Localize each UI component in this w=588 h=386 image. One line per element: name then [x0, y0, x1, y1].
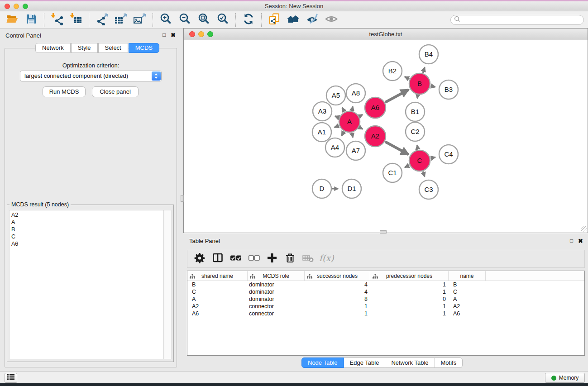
cell-name[interactable]: A6: [449, 310, 486, 317]
cell-shared-name[interactable]: A2: [187, 303, 248, 310]
eye-button[interactable]: [322, 12, 341, 28]
deselect-all-button[interactable]: [246, 251, 262, 267]
edge-B-B2[interactable]: [405, 77, 409, 79]
mcds-result-item[interactable]: A2: [10, 211, 163, 219]
edge-A-A6[interactable]: [359, 114, 363, 116]
save-button[interactable]: [22, 12, 41, 28]
cell-successor-nodes[interactable]: 1: [305, 310, 370, 317]
select-all-button[interactable]: [228, 251, 244, 267]
split-panel-button[interactable]: [210, 251, 226, 267]
left-collapse-handle[interactable]: [181, 195, 184, 202]
cell-name[interactable]: A2: [449, 303, 486, 310]
cell-MCDS-role[interactable]: dominator: [248, 288, 305, 295]
mcds-result-item[interactable]: B: [10, 226, 163, 233]
tab-network[interactable]: Network: [35, 43, 71, 53]
criterion-dropdown[interactable]: largest connected component (directed): [20, 71, 162, 81]
import-network-button[interactable]: [48, 12, 67, 28]
delete-row-button[interactable]: [282, 251, 298, 267]
refresh-button[interactable]: [239, 12, 258, 28]
edge-A-A5[interactable]: [342, 108, 344, 112]
bottom-collapse-handle[interactable]: [380, 230, 387, 234]
cell-predecessor-nodes[interactable]: 1: [370, 310, 449, 317]
cell-predecessor-nodes[interactable]: 1: [370, 303, 449, 310]
network-window-titlebar[interactable]: testGlobe.txt: [184, 29, 588, 40]
tab-network-table[interactable]: Network Table: [385, 357, 435, 368]
memory-button[interactable]: Memory: [545, 373, 585, 383]
mcds-result-item[interactable]: A: [10, 219, 163, 226]
mcds-result-item[interactable]: C: [10, 233, 163, 240]
column-header-MCDS-role[interactable]: MCDS role: [248, 271, 305, 281]
export-network-button[interactable]: [92, 12, 111, 28]
table-panel-close-icon[interactable]: ✖: [578, 238, 583, 244]
result-scrollbar[interactable]: [164, 210, 172, 359]
edge-A-A8[interactable]: [352, 106, 353, 110]
tab-select[interactable]: Select: [98, 43, 128, 53]
edge-A6-B[interactable]: [385, 90, 408, 102]
tab-motifs[interactable]: Motifs: [435, 357, 463, 368]
table-panel-float-icon[interactable]: □: [570, 238, 573, 243]
cell-MCDS-role[interactable]: connector: [248, 303, 305, 310]
folder-open-button[interactable]: [3, 12, 22, 28]
zoom-selected-button[interactable]: [213, 12, 232, 28]
add-row-button[interactable]: [264, 251, 280, 267]
table-row[interactable]: Cdominator41C: [187, 288, 584, 295]
cell-MCDS-role[interactable]: connector: [248, 310, 305, 317]
column-header-successor-nodes[interactable]: successor nodes: [305, 271, 370, 281]
column-header-predecessor-nodes[interactable]: predecessor nodes: [370, 271, 449, 281]
home-button[interactable]: [284, 12, 303, 28]
resize-grip-icon[interactable]: [581, 226, 587, 232]
run-mcds-button[interactable]: Run MCDS: [43, 86, 86, 97]
cell-successor-nodes[interactable]: 4: [305, 281, 370, 288]
task-history-button[interactable]: [5, 373, 17, 383]
tab-edge-table[interactable]: Edge Table: [344, 357, 386, 368]
close-panel-button[interactable]: Close panel: [92, 86, 139, 97]
edge-C-C3[interactable]: [423, 172, 425, 177]
edge-C-C2[interactable]: [417, 145, 418, 150]
cell-shared-name[interactable]: A6: [187, 310, 248, 317]
export-table-button[interactable]: [111, 12, 130, 28]
cell-predecessor-nodes[interactable]: 1: [370, 288, 449, 295]
edge-A-A7[interactable]: [352, 133, 353, 137]
zoom-out-button[interactable]: [175, 12, 194, 28]
search-input[interactable]: [460, 16, 583, 24]
mcds-result-item[interactable]: A6: [10, 240, 163, 248]
cell-successor-nodes[interactable]: 8: [305, 295, 370, 303]
session-titlebar[interactable]: Session: New Session: [0, 1, 588, 11]
edge-B-B4[interactable]: [423, 67, 425, 73]
zoom-in-button[interactable]: [156, 12, 175, 28]
table-row[interactable]: Adominator80A: [187, 295, 584, 303]
column-header-shared-name[interactable]: shared name: [187, 271, 248, 281]
mcds-result-list[interactable]: A2ABCA6: [9, 210, 164, 359]
gear-button[interactable]: [191, 251, 208, 267]
edge-A-A2[interactable]: [359, 127, 363, 129]
edge-A2-C[interactable]: [385, 142, 409, 154]
cell-predecessor-nodes[interactable]: 1: [370, 281, 449, 288]
node-table[interactable]: shared nameMCDS rolesuccessor nodesprede…: [187, 271, 585, 356]
cell-successor-nodes[interactable]: 4: [305, 288, 370, 295]
column-header-name[interactable]: name: [449, 271, 486, 281]
zoom-fit-button[interactable]: [194, 12, 213, 28]
cell-shared-name[interactable]: B: [187, 281, 248, 288]
cell-shared-name[interactable]: C: [187, 288, 248, 295]
edge-A-A3[interactable]: [335, 116, 339, 118]
table-row[interactable]: Bdominator41B: [187, 281, 584, 288]
cell-name[interactable]: B: [449, 281, 486, 288]
cell-MCDS-role[interactable]: dominator: [248, 281, 305, 288]
cell-name[interactable]: A: [449, 295, 486, 303]
cell-predecessor-nodes[interactable]: 0: [370, 295, 449, 303]
tab-node-table[interactable]: Node Table: [301, 357, 344, 368]
edge-B-B3[interactable]: [430, 86, 435, 87]
edge-A-A1[interactable]: [335, 126, 339, 128]
tab-mcds[interactable]: MCDS: [129, 43, 159, 53]
cell-successor-nodes[interactable]: 1: [305, 303, 370, 310]
network-canvas[interactable]: B4B2BB3A5A8A6A3B1AA1C2A2A4A7C4CC1C3DD1: [184, 40, 588, 233]
tab-style[interactable]: Style: [71, 43, 98, 53]
toggle-graphics-details-button[interactable]: [303, 12, 322, 28]
network-graph[interactable]: B4B2BB3A5A8A6A3B1AA1C2A2A4A7C4CC1C3DD1: [184, 40, 588, 233]
copy-network-button[interactable]: [265, 12, 284, 28]
edge-C-C1[interactable]: [405, 165, 409, 167]
export-image-button[interactable]: [130, 12, 149, 28]
edge-A-A4[interactable]: [342, 132, 344, 136]
cell-name[interactable]: C: [449, 288, 486, 295]
table-row[interactable]: A2connector11A2: [187, 303, 584, 310]
